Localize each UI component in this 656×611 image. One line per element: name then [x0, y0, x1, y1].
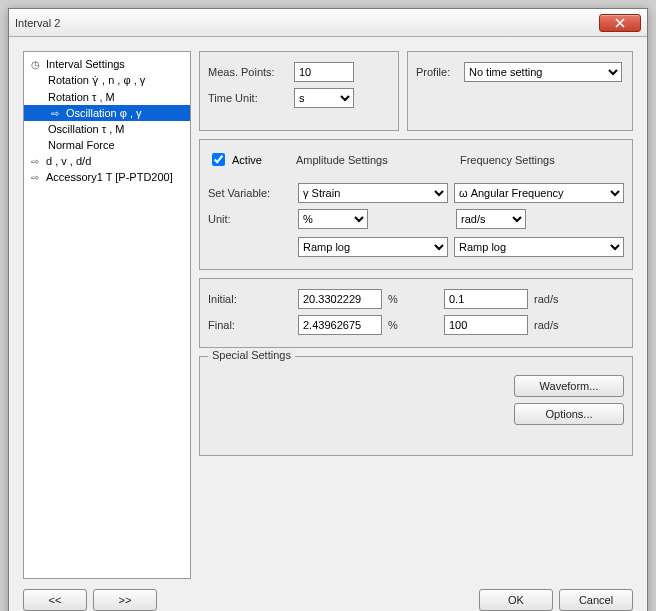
special-title: Special Settings: [208, 349, 295, 361]
tree-item-oscillation-tau[interactable]: Oscillation τ , M: [24, 121, 190, 137]
titlebar: Interval 2: [9, 9, 647, 37]
tree-item-oscillation-phi[interactable]: ⇨ Oscillation φ , γ: [24, 105, 190, 121]
tree-item-rotation-gamma[interactable]: Rotation γ̇ , n , φ , γ: [24, 72, 190, 89]
amp-final-input[interactable]: [298, 315, 382, 335]
prev-button[interactable]: <<: [23, 589, 87, 611]
arrow-icon: ⇨: [28, 156, 42, 167]
right-panel: Meas. Points: Time Unit: s: [199, 51, 633, 579]
meas-group: Meas. Points: Time Unit: s: [199, 51, 399, 131]
arrow-icon: ⇨: [48, 108, 62, 119]
profile-group: Profile: No time setting: [407, 51, 633, 131]
tree-panel: ◷ Interval Settings Rotation γ̇ , n , φ …: [23, 51, 191, 579]
active-checkbox-input[interactable]: [212, 153, 225, 166]
content-area: ◷ Interval Settings Rotation γ̇ , n , φ …: [23, 51, 633, 579]
arrow-icon: ⇨: [28, 172, 42, 183]
action-buttons: OK Cancel: [479, 589, 633, 611]
tree-item-normal-force[interactable]: Normal Force: [24, 137, 190, 153]
special-group: Special Settings Waveform... Options...: [199, 356, 633, 456]
bottom-bar: << >> OK Cancel: [23, 589, 633, 611]
freq-unit-select[interactable]: rad/s: [456, 209, 526, 229]
close-button[interactable]: [599, 14, 641, 32]
ok-button[interactable]: OK: [479, 589, 553, 611]
freq-unit-text: rad/s: [534, 293, 558, 305]
amp-unit-select[interactable]: %: [298, 209, 368, 229]
amp-initial-input[interactable]: [298, 289, 382, 309]
options-button[interactable]: Options...: [514, 403, 624, 425]
tree-label: Normal Force: [48, 139, 115, 151]
clock-icon: ◷: [28, 59, 42, 70]
active-checkbox[interactable]: Active: [208, 150, 262, 169]
waveform-button[interactable]: Waveform...: [514, 375, 624, 397]
unit-label: Unit:: [208, 213, 292, 225]
cancel-button[interactable]: Cancel: [559, 589, 633, 611]
amp-unit-text: %: [388, 293, 438, 305]
freq-unit-text2: rad/s: [534, 319, 558, 331]
tree-label: d , v , d/d: [46, 155, 91, 167]
tree-label: Rotation γ̇ , n , φ , γ: [48, 74, 145, 87]
tree-item-interval-settings[interactable]: ◷ Interval Settings: [24, 56, 190, 72]
freq-initial-input[interactable]: [444, 289, 528, 309]
tree-item-dvd[interactable]: ⇨ d , v , d/d: [24, 153, 190, 169]
amp-ramp-select[interactable]: Ramp log: [298, 237, 448, 257]
nav-buttons: << >>: [23, 589, 157, 611]
time-unit-label: Time Unit:: [208, 92, 288, 104]
tree-label: Oscillation τ , M: [48, 123, 124, 135]
tree-label: Accessory1 T [P-PTD200]: [46, 171, 173, 183]
final-label: Final:: [208, 319, 292, 331]
freq-ramp-select[interactable]: Ramp log: [454, 237, 624, 257]
tree-label: Oscillation φ , γ: [66, 107, 142, 119]
dialog-window: Interval 2 ◷ Interval Settings Rotation …: [8, 8, 648, 611]
window-title: Interval 2: [15, 17, 599, 29]
meas-points-label: Meas. Points:: [208, 66, 288, 78]
frequency-header: Frequency Settings: [460, 154, 555, 166]
profile-label: Profile:: [416, 66, 458, 78]
freq-variable-select[interactable]: ω Angular Frequency: [454, 183, 624, 203]
time-unit-select[interactable]: s: [294, 88, 354, 108]
meas-points-input[interactable]: [294, 62, 354, 82]
active-label: Active: [232, 154, 262, 166]
initial-label: Initial:: [208, 293, 292, 305]
tree-label: Rotation τ , M: [48, 91, 115, 103]
set-variable-label: Set Variable:: [208, 187, 292, 199]
tree-item-rotation-tau[interactable]: Rotation τ , M: [24, 89, 190, 105]
tree-label: Interval Settings: [46, 58, 125, 70]
tree-item-accessory[interactable]: ⇨ Accessory1 T [P-PTD200]: [24, 169, 190, 185]
next-button[interactable]: >>: [93, 589, 157, 611]
settings-group: Active Amplitude Settings Frequency Sett…: [199, 139, 633, 270]
freq-final-input[interactable]: [444, 315, 528, 335]
top-row: Meas. Points: Time Unit: s: [199, 51, 633, 131]
values-group: Initial: % rad/s Final: % rad/s: [199, 278, 633, 348]
amp-unit-text2: %: [388, 319, 438, 331]
dialog-body: ◷ Interval Settings Rotation γ̇ , n , φ …: [9, 37, 647, 611]
amp-variable-select[interactable]: γ Strain: [298, 183, 448, 203]
profile-select[interactable]: No time setting: [464, 62, 622, 82]
close-icon: [615, 18, 625, 28]
amplitude-header: Amplitude Settings: [296, 154, 454, 166]
